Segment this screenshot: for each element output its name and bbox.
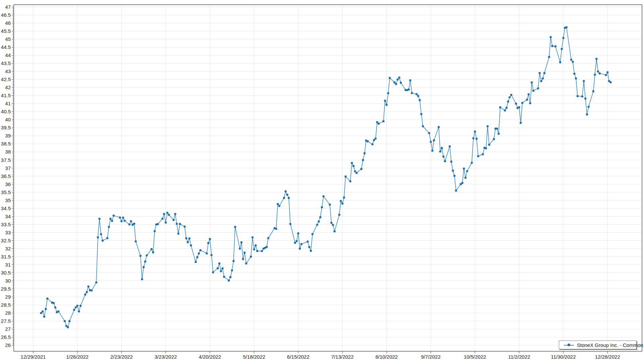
gridlines [14,5,642,351]
y-tick-label: 44 [5,52,11,58]
y-tick-label: 26.5 [1,334,11,340]
price-chart-svg[interactable]: 2626.52727.52828.52929.53030.53131.53232… [0,0,644,362]
y-tick-label: 34 [5,214,11,219]
legend-series-label: StoneX Group Inc. - Common Stock [577,342,644,348]
y-tick-label: 44.5 [1,44,11,50]
y-tick-label: 36.5 [1,173,11,179]
y-tick-label: 29 [5,294,11,300]
y-tick-label: 33 [5,230,11,235]
x-axis-labels: 12/29/20211/26/20222/23/20223/23/20224/2… [20,354,620,360]
y-tick-label: 27 [5,326,11,332]
y-axis-labels: 2626.52727.52828.52929.53030.53131.53232… [1,4,11,348]
x-tick-label: 2/23/2022 [110,354,133,360]
legend-series-marker-icon [564,344,574,347]
y-tick-label: 42.5 [1,76,11,82]
x-tick-label: 11/30/2022 [551,354,576,360]
y-tick-label: 32 [5,246,11,251]
y-tick-label: 46.5 [1,12,11,18]
y-tick-label: 36 [5,181,11,187]
y-tick-label: 30 [5,278,11,284]
y-tick-label: 45.5 [1,28,11,34]
plot-border [14,5,642,351]
y-tick-label: 34.5 [1,205,11,211]
y-tick-label: 39.5 [1,125,11,130]
x-tick-label: 8/10/2022 [375,354,398,360]
y-tick-label: 32.5 [1,238,11,243]
x-tick-label: 1/26/2022 [66,354,89,360]
y-tick-label: 28 [5,310,11,316]
y-tick-label: 39 [5,133,11,138]
y-tick-label: 41.5 [1,93,11,98]
y-tick-label: 29.5 [1,286,11,292]
x-tick-label: 5/18/2022 [243,354,265,360]
y-tick-label: 40.5 [1,109,11,114]
y-tick-label: 27.5 [1,318,11,324]
stock-price-chart: 2626.52727.52828.52929.53030.53131.53232… [0,0,644,362]
y-tick-label: 47 [5,4,11,10]
y-tick-label: 35.5 [1,189,11,195]
y-tick-label: 28.5 [1,302,11,308]
y-tick-label: 30.5 [1,270,11,276]
x-tick-label: 9/7/2022 [421,354,440,360]
y-tick-label: 38 [5,149,11,155]
x-tick-label: 12/28/2022 [595,354,620,360]
y-tick-label: 31 [5,262,11,267]
y-tick-label: 45 [5,36,11,42]
y-tick-label: 35 [5,197,11,203]
y-tick-label: 40 [5,117,11,122]
y-tick-label: 42 [5,84,11,90]
y-tick-label: 41 [5,101,11,106]
y-tick-label: 33.5 [1,222,11,227]
y-tick-label: 43.5 [1,60,11,66]
x-tick-label: 7/13/2022 [331,354,354,360]
x-tick-label: 4/20/2022 [199,354,221,360]
x-tick-label: 6/15/2022 [287,354,310,360]
y-tick-label: 46 [5,20,11,26]
x-tick-label: 3/23/2022 [155,354,177,360]
y-tick-label: 31.5 [1,254,11,259]
x-axis-ticks [33,351,607,353]
y-tick-label: 38.5 [1,141,11,146]
y-tick-label: 37 [5,165,11,171]
y-axis-ticks [12,7,14,345]
legend-box[interactable]: StoneX Group Inc. - Common Stock [559,341,637,349]
y-tick-label: 26 [5,342,11,348]
price-line-series[interactable] [41,27,610,327]
y-tick-label: 37.5 [1,157,11,163]
x-tick-label: 12/29/2021 [20,354,46,360]
x-tick-label: 10/5/2022 [464,354,486,360]
y-tick-label: 43 [5,68,11,74]
x-tick-label: 11/2/2022 [508,354,530,360]
